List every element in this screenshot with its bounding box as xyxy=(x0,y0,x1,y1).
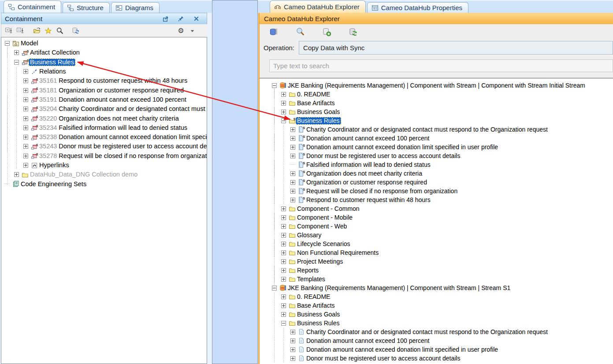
tree-row[interactable]: Organization does not meet charity crite… xyxy=(272,169,613,178)
add-datasource-button[interactable] xyxy=(322,27,331,36)
tab-cameo-datahub-properties[interactable]: Cameo DataHub Properties xyxy=(367,2,468,13)
expander-plus-icon[interactable] xyxy=(281,312,286,317)
tree-row[interactable]: Glossary xyxy=(272,231,613,239)
tree-row[interactable]: Charity Coordinator and or designated co… xyxy=(272,327,613,336)
expander-plus-icon[interactable] xyxy=(23,107,28,111)
expander-plus-icon[interactable] xyxy=(281,277,286,282)
tree-row[interactable]: 35243 Donor must be registered user to a… xyxy=(5,142,207,151)
tree-row[interactable]: Reports xyxy=(272,266,613,275)
tree-row[interactable]: Donation amount cannot exceed 100 percen… xyxy=(272,134,613,143)
expander-plus-icon[interactable] xyxy=(23,135,28,140)
collapse-all-button[interactable] xyxy=(4,26,13,35)
tree-row[interactable]: 35181 Organization or customer response … xyxy=(5,85,207,95)
tree-row[interactable]: Business Rules xyxy=(272,319,613,327)
expander-plus-icon[interactable] xyxy=(290,356,295,361)
expander-plus-icon[interactable] xyxy=(14,172,19,177)
tree-row[interactable]: Lifecycle Scenarios xyxy=(272,239,613,248)
expander-plus-icon[interactable] xyxy=(281,224,286,229)
expander-plus-icon[interactable] xyxy=(281,250,286,255)
expander-minus-icon[interactable] xyxy=(14,60,19,65)
sync-datasource-button[interactable] xyxy=(349,27,357,36)
tree-row[interactable]: Donation amount cannot exceed donation l… xyxy=(272,345,613,354)
refresh-datasource-button[interactable] xyxy=(71,26,80,35)
expander-plus-icon[interactable] xyxy=(290,136,295,141)
tree-row[interactable]: Component - Common xyxy=(272,204,613,213)
expander-plus-icon[interactable] xyxy=(23,88,28,93)
expander-plus-icon[interactable] xyxy=(281,206,286,211)
tree-row[interactable]: Business Rules xyxy=(5,58,207,67)
expander-plus-icon[interactable] xyxy=(281,242,286,246)
tab-diagrams[interactable]: Diagrams xyxy=(111,2,160,13)
expander-minus-icon[interactable] xyxy=(272,83,277,88)
tree-row[interactable]: 35278 Request will be closed if no respo… xyxy=(5,151,207,161)
operation-combobox[interactable]: Copy Data with Sync xyxy=(299,41,613,55)
expander-plus-icon[interactable] xyxy=(290,171,295,176)
expander-plus-icon[interactable] xyxy=(14,50,19,55)
expander-plus-icon[interactable] xyxy=(290,198,295,202)
tree-row[interactable]: 35204 Charity Coordinator and or designa… xyxy=(5,104,207,114)
tree-row[interactable]: Relations xyxy=(5,67,207,76)
expander-plus-icon[interactable] xyxy=(290,347,295,352)
expander-minus-icon[interactable] xyxy=(281,321,286,326)
expander-plus-icon[interactable] xyxy=(290,127,295,132)
close-button[interactable] xyxy=(192,15,201,23)
tree-row[interactable]: JKE Banking (Requirements Management) | … xyxy=(272,81,613,90)
datasource-button[interactable] xyxy=(269,27,278,36)
tree-row[interactable]: 35238 Donation amount cannot exceed dona… xyxy=(5,132,207,142)
expander-plus-icon[interactable] xyxy=(281,92,286,97)
settings-gear-button[interactable] xyxy=(176,26,185,35)
tree-row[interactable]: 35191 Donation amount cannot exceed 100 … xyxy=(5,95,207,104)
tree-row[interactable]: Business Rules xyxy=(272,116,613,125)
expander-plus-icon[interactable] xyxy=(281,294,286,299)
tree-row[interactable]: 35161 Respond to customer request within… xyxy=(5,76,207,85)
expander-plus-icon[interactable] xyxy=(281,303,286,308)
tree-row[interactable]: Component - Mobile xyxy=(272,213,613,222)
expander-plus-icon[interactable] xyxy=(23,116,28,121)
tree-row[interactable]: Non Functional Requirements xyxy=(272,248,613,257)
tree-row[interactable]: Component - Web xyxy=(272,222,613,231)
tree-row[interactable]: Donor must be registered user to access … xyxy=(272,151,613,160)
open-project-button[interactable] xyxy=(32,26,41,35)
tree-row[interactable]: Templates xyxy=(272,275,613,283)
expander-plus-icon[interactable] xyxy=(290,145,295,150)
expander-plus-icon[interactable] xyxy=(290,180,295,185)
tree-row[interactable]: Donation amount cannot exceed 100 percen… xyxy=(272,336,613,345)
tree-row[interactable]: Falsified information will lead to denie… xyxy=(272,160,613,169)
expander-plus-icon[interactable] xyxy=(281,268,286,273)
tree-row[interactable]: Model xyxy=(5,39,207,48)
dropdown-caret-button[interactable] xyxy=(188,26,197,35)
expander-plus-icon[interactable] xyxy=(23,163,28,168)
expander-minus-icon[interactable] xyxy=(281,118,286,123)
tree-row[interactable]: Respond to customer request within 48 ho… xyxy=(272,195,613,204)
search-datasource-button[interactable] xyxy=(296,27,305,36)
tree-row[interactable]: Code Engineering Sets xyxy=(5,179,207,188)
expander-plus-icon[interactable] xyxy=(281,215,286,220)
search-input[interactable] xyxy=(269,59,613,72)
expander-plus-icon[interactable] xyxy=(281,259,286,264)
tree-row[interactable]: Base Artifacts xyxy=(272,301,613,310)
tree-row[interactable]: 0. README xyxy=(272,292,613,301)
tree-row[interactable]: Business Goals xyxy=(272,107,613,116)
tab-containment[interactable]: Containment xyxy=(4,0,61,13)
tree-row[interactable]: 35234 Falsified information will lead to… xyxy=(5,123,207,132)
tab-cameo-datahub-explorer[interactable]: Cameo DataHub Explorer xyxy=(270,0,366,13)
tree-row[interactable]: Donation amount cannot exceed donation l… xyxy=(272,143,613,151)
expander-plus-icon[interactable] xyxy=(290,330,295,335)
tree-row[interactable]: 0. README xyxy=(272,90,613,99)
tree-row[interactable]: Donor must be registered user to access … xyxy=(272,354,613,363)
tree-row[interactable]: Business Goals xyxy=(272,310,613,319)
favorites-button[interactable] xyxy=(44,26,52,35)
expander-plus-icon[interactable] xyxy=(23,97,28,102)
expander-plus-icon[interactable] xyxy=(23,69,28,74)
tree-row[interactable]: Artifact Collection xyxy=(5,48,207,57)
expander-plus-icon[interactable] xyxy=(281,233,286,238)
expander-plus-icon[interactable] xyxy=(290,154,295,158)
float-button[interactable] xyxy=(161,15,170,23)
expander-plus-icon[interactable] xyxy=(23,125,28,130)
expander-plus-icon[interactable] xyxy=(290,338,295,343)
expander-plus-icon[interactable] xyxy=(290,189,295,194)
tree-row[interactable]: 35220 Organization does not meet charity… xyxy=(5,114,207,123)
expander-minus-icon[interactable] xyxy=(5,41,10,46)
expander-minus-icon[interactable] xyxy=(272,286,277,290)
tree-row[interactable]: Project Meetings xyxy=(272,257,613,266)
